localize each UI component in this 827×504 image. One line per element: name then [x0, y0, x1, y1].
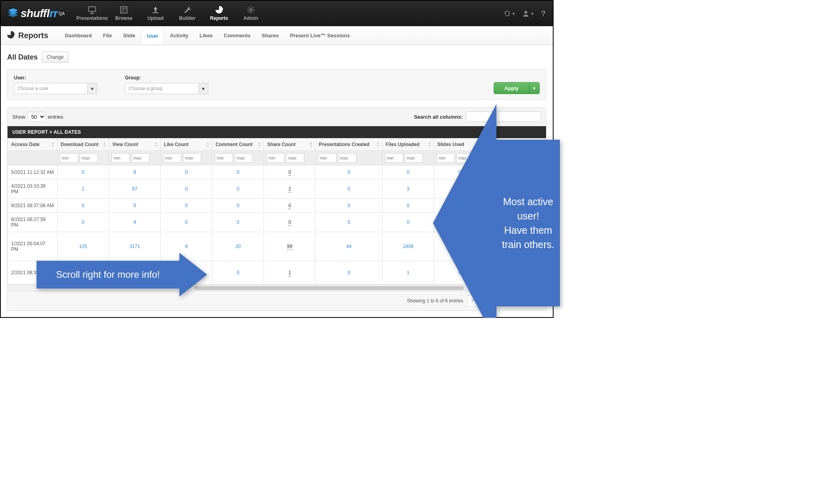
sync-menu[interactable]: ▾: [504, 10, 515, 17]
top-nav-items: Presentations Browse Upload Builder Repo…: [77, 1, 266, 26]
cell-access: 6/2021 06:27:59 PM: [8, 213, 58, 232]
date-range-row: All Dates Change: [7, 52, 546, 63]
nav-presentations[interactable]: Presentations: [77, 1, 108, 26]
col-view-count[interactable]: View Count▲▼: [109, 139, 160, 151]
nav-reports[interactable]: Reports: [204, 1, 235, 26]
show-label: Show: [12, 114, 25, 120]
brand-badge: QA: [59, 11, 65, 16]
svg-line-17: [253, 12, 254, 13]
max-input[interactable]: [80, 153, 98, 163]
nav-upload[interactable]: Upload: [140, 1, 171, 26]
min-input[interactable]: [266, 153, 285, 163]
svg-line-16: [248, 8, 249, 8]
max-input[interactable]: [286, 153, 304, 163]
change-dates-button[interactable]: Change: [42, 52, 69, 63]
col-share-count[interactable]: Share Count▲▼: [264, 139, 315, 151]
tab-present-live[interactable]: Present Live™ Sessions: [285, 27, 356, 44]
min-input[interactable]: [163, 153, 181, 163]
app-window: shufflrrQA Presentations Browse Upload B…: [0, 0, 554, 318]
col-presentations[interactable]: Presentations Created▲▼: [315, 139, 382, 151]
chevron-down-icon: ▾: [87, 83, 97, 94]
min-input[interactable]: [215, 153, 233, 163]
min-input[interactable]: [385, 153, 403, 163]
cell-access: 5/2021 11:12:32 AM: [8, 165, 58, 179]
cell-download: 0: [57, 165, 109, 179]
scrollbar-thumb[interactable]: [194, 286, 464, 290]
page-size-select[interactable]: 50: [28, 112, 46, 122]
filter-user: User: Choose a user ▾: [14, 75, 97, 94]
svg-rect-10: [153, 12, 158, 13]
nav-browse[interactable]: Browse: [108, 1, 139, 26]
cell-like: 0: [161, 165, 212, 179]
nav-label: Reports: [210, 15, 228, 21]
apply-button-label: Apply: [494, 83, 529, 94]
col-access-date[interactable]: Access Date▲▼: [8, 139, 58, 151]
nav-label: Builder: [179, 15, 195, 21]
cell-files: 0: [382, 199, 434, 213]
svg-point-21: [524, 11, 527, 14]
apply-button[interactable]: Apply ▾: [494, 82, 540, 94]
cell-download: 0: [57, 213, 109, 232]
svg-point-11: [250, 9, 252, 11]
group-select[interactable]: Choose a group ▾: [125, 83, 208, 94]
cell-like: 0: [161, 213, 212, 232]
entries-label: entries: [48, 114, 63, 120]
min-input[interactable]: [318, 153, 337, 163]
cell-comment: 0: [212, 179, 264, 199]
col-comment-count[interactable]: Comment Count▲▼: [212, 139, 264, 151]
tab-dashboard[interactable]: Dashboard: [60, 27, 98, 44]
brand-logo[interactable]: shufflrrQA: [8, 7, 65, 20]
nav-label: Upload: [148, 15, 164, 21]
nav-label: Admin: [243, 15, 258, 21]
user-filter-label: User:: [14, 75, 97, 81]
cell-view: 8: [109, 165, 160, 179]
tab-user[interactable]: User: [141, 28, 164, 44]
cell-files: 1839: [382, 232, 434, 261]
user-menu[interactable]: ▾: [522, 10, 534, 17]
tab-likes[interactable]: Likes: [194, 27, 218, 44]
nav-builder[interactable]: Builder: [172, 1, 203, 26]
help-button[interactable]: ?: [541, 9, 546, 18]
cell-comment: 20: [212, 232, 264, 261]
col-like-count[interactable]: Like Count▲▼: [161, 139, 212, 151]
col-files-uploaded[interactable]: Files Uploaded▲▼: [382, 139, 434, 151]
cell-pres: 44: [315, 232, 382, 261]
gear-icon: [246, 6, 255, 14]
cell-share: 0: [264, 213, 315, 232]
max-input[interactable]: [131, 153, 150, 163]
tab-shares[interactable]: Shares: [256, 27, 284, 44]
chevron-down-icon[interactable]: ▾: [529, 83, 539, 94]
layers-icon: [8, 7, 18, 20]
tab-comments[interactable]: Comments: [218, 27, 256, 44]
cell-like: 0: [161, 179, 212, 199]
user-select[interactable]: Choose a user ▾: [14, 83, 97, 94]
cell-access: 8/2021 08:37:08 AM: [8, 199, 58, 213]
sub-nav: Reports Dashboard File Slide User Activi…: [1, 26, 553, 45]
tab-activity[interactable]: Activity: [164, 27, 194, 44]
cell-view: 67: [109, 179, 160, 199]
cell-share: 0: [264, 199, 315, 213]
pie-icon: [215, 6, 223, 14]
svg-marker-20: [505, 12, 506, 14]
tab-slide[interactable]: Slide: [117, 27, 141, 44]
min-input[interactable]: [60, 153, 78, 163]
cell-pres: 0: [315, 165, 382, 179]
cell-files: 3: [382, 179, 434, 199]
max-input[interactable]: [183, 153, 201, 163]
apply-wrap: Apply ▾: [494, 82, 540, 94]
min-input[interactable]: [112, 153, 130, 163]
top-nav-right: ▾ ▾ ?: [504, 9, 546, 18]
cell-view: 0: [109, 199, 160, 213]
page-size-control: Show 50 entries: [12, 112, 63, 122]
max-input[interactable]: [338, 153, 356, 163]
max-input[interactable]: [235, 153, 253, 163]
svg-line-18: [253, 8, 254, 8]
tab-file[interactable]: File: [97, 27, 117, 44]
max-input[interactable]: [405, 153, 423, 163]
col-download-count[interactable]: Download Count▲▼: [57, 139, 109, 151]
cell-access: 4/2021 03:10:39 PM: [8, 179, 58, 199]
page-title: Reports: [18, 31, 48, 40]
svg-marker-2: [8, 13, 18, 17]
callout-text: Scroll right for more info!: [37, 261, 179, 289]
nav-admin[interactable]: Admin: [235, 1, 266, 26]
